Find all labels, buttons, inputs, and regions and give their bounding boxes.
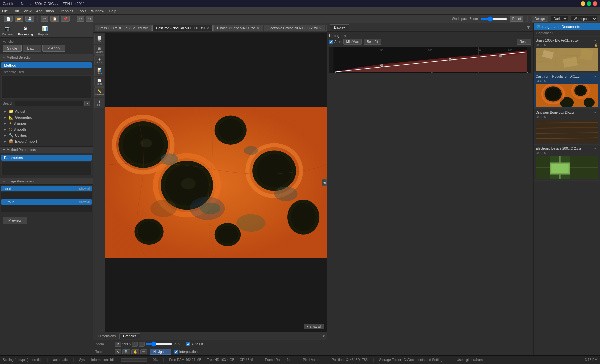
workspace-reset-button[interactable]: Reset	[510, 16, 523, 22]
auto-check-wrap[interactable]: Auto	[329, 40, 341, 44]
elec-dots[interactable]: ···	[594, 146, 598, 151]
thumb-dinosaur[interactable]: Dinosaur Bone 50x DF.zvi ··· 28.63 MB	[534, 109, 600, 145]
maximize-button[interactable]	[587, 1, 591, 6]
toolbar-save[interactable]: 💾	[25, 16, 34, 22]
tool-2-5d[interactable]: ◈ 2.5D	[94, 55, 104, 65]
menu-graphics[interactable]: Graphics	[59, 9, 73, 13]
tab-dinosaur-close[interactable]: ✕	[257, 26, 259, 30]
collapse-arrow[interactable]: ◀	[322, 179, 327, 186]
display-expand-icon[interactable]: ▼	[526, 25, 531, 30]
mode-reporting[interactable]: 📊 Reporting	[38, 25, 51, 36]
toolbar-cut[interactable]: ✂	[41, 16, 48, 22]
tab-electronic-close[interactable]: ✕	[319, 26, 322, 30]
search-clear-button[interactable]: ×	[84, 101, 90, 106]
dim-tab-expand[interactable]: ▼	[322, 334, 325, 338]
toolbar-new[interactable]: 📄	[4, 16, 13, 22]
toolbar-redo[interactable]: ↪	[86, 16, 93, 22]
show-all-output[interactable]: Show all	[79, 200, 90, 204]
info-icon: ℹ	[99, 100, 100, 104]
tool-zoom-btn[interactable]: 🔍	[122, 349, 130, 354]
interpolation-label[interactable]: Interpolation	[174, 350, 198, 354]
menu-acquisition[interactable]: Acquisition	[36, 9, 54, 13]
thumb-castiron[interactable]: Cast Iron - Nodular 5...DIC.zvi ··· 34.4…	[534, 73, 600, 109]
tool-pan-btn[interactable]: ✋	[131, 349, 139, 354]
tool-profile[interactable]: 📈 Profile	[94, 77, 104, 87]
tab-electronic[interactable]: Electronic Device 200x C...C 2.zvi ✕	[264, 25, 325, 31]
toolbar-open[interactable]: 📂	[15, 16, 23, 22]
menu-view[interactable]: View	[24, 9, 32, 13]
minimize-button[interactable]	[581, 1, 585, 6]
show-all-input[interactable]: Show all	[79, 187, 90, 190]
zoom-plus-btn[interactable]: +	[139, 342, 145, 347]
method-selection-header[interactable]: ▼ Method Selection	[0, 54, 93, 61]
image-params-header[interactable]: ▼ Image Parameters	[0, 178, 93, 185]
navigator-button[interactable]: Navigator	[150, 349, 171, 355]
mode-processing[interactable]: ⚙ Processing	[18, 25, 33, 36]
tree-item-utilities[interactable]: ▶ 🔧 Utilities	[3, 132, 90, 138]
dino-dots[interactable]: ···	[594, 110, 598, 115]
tool-pointer-btn[interactable]: ↖	[115, 349, 121, 354]
thumb-brass[interactable]: Brass 1000x BF, FeCl...ed.zvi ··· 28.63 …	[534, 37, 600, 73]
search-input[interactable]	[15, 101, 83, 106]
menu-file[interactable]: File	[2, 9, 8, 13]
parameters-item[interactable]: Parameters	[1, 155, 92, 161]
mode-camera[interactable]: 📷 Camera	[2, 25, 13, 36]
zoom-minus-btn[interactable]: −	[132, 342, 138, 347]
system-info-item: System Information: Idle	[79, 358, 115, 362]
castiron-dots[interactable]: ···	[594, 74, 598, 79]
tree-item-sharpen[interactable]: ▶ ✦ Sharpen	[3, 120, 90, 126]
preview-button[interactable]: Preview	[3, 217, 27, 224]
method-item[interactable]: Method	[1, 62, 92, 68]
auto-fit-checkbox[interactable]	[186, 342, 190, 346]
tool-gallery[interactable]: ⊞ Gallery	[94, 45, 104, 55]
brass-dots[interactable]: ···	[594, 38, 598, 43]
auto-fit-label[interactable]: Auto Fit	[186, 342, 203, 346]
dark-select[interactable]: Dark Light	[551, 16, 568, 22]
toolbar-copy[interactable]: 📋	[50, 16, 59, 22]
close-button[interactable]	[593, 1, 597, 6]
zoom-value: 999%	[122, 342, 131, 346]
menu-edit[interactable]: Edit	[13, 9, 19, 13]
bestfit-button[interactable]: Best Fit	[364, 39, 381, 45]
menu-help[interactable]: Help	[109, 9, 116, 13]
minmax-button[interactable]: Min/Max	[343, 39, 362, 45]
menu-tools[interactable]: Tools	[78, 9, 87, 13]
toolbar-paste[interactable]: 📌	[61, 16, 70, 22]
workspace-select[interactable]: Workspace	[571, 16, 597, 22]
histo-reset-button[interactable]: Reset	[517, 39, 531, 45]
tool-draw-btn[interactable]: ✏	[140, 349, 147, 354]
tree-item-exportimport[interactable]: ▶ 📦 Export/Import	[3, 138, 90, 144]
batch-button[interactable]: Batch	[23, 45, 41, 52]
design-button[interactable]: Design	[532, 16, 548, 22]
tool-info[interactable]: ℹ Info	[94, 98, 104, 108]
tree-item-smooth[interactable]: ▶ ◎ Smooth	[3, 126, 90, 132]
thumb-electronic[interactable]: Electronic Device 200...C 2.zvi ··· 28.6…	[534, 145, 600, 181]
workspace-zoom-slider[interactable]	[481, 16, 507, 22]
tab-castiron[interactable]: Cast Iron - Nodular 500....DIC.zvi ✕	[152, 25, 213, 31]
tool-2d[interactable]: ⬜ 2D	[94, 34, 104, 44]
interpolation-checkbox[interactable]	[174, 350, 178, 354]
toolbar-undo[interactable]: ↩	[77, 16, 84, 22]
2-5d-icon: ◈	[98, 57, 101, 61]
single-button[interactable]: Single	[3, 45, 22, 52]
tree-item-adjust[interactable]: ▶ 📁 Adjust	[3, 108, 90, 114]
dimensions-tab[interactable]: Dimensions	[95, 333, 119, 339]
show-all-button[interactable]: ▾ Show all	[304, 324, 324, 329]
tool-histo[interactable]: 📊 Histo	[94, 66, 104, 76]
svg-point-22	[244, 146, 258, 155]
histo-auto-checkbox[interactable]	[329, 40, 333, 44]
zoom-rotate-btn[interactable]: ↺	[115, 342, 121, 347]
tab-dinosaur[interactable]: Dinosaur Bone 50x DF.zvi ✕	[213, 25, 263, 31]
tab-brass[interactable]: Brass 1000x BF, FeCl3 e...ed.zvi*	[95, 25, 152, 31]
menu-window[interactable]: Window	[91, 9, 104, 13]
tool-measure[interactable]: 📏 Measure	[94, 87, 104, 97]
tab-castiron-close[interactable]: ✕	[206, 26, 209, 30]
svg-point-25	[190, 197, 225, 220]
method-params-header[interactable]: ▼ Method Parameters	[0, 146, 93, 153]
apply-button[interactable]: ✓ Apply	[42, 45, 65, 52]
tree-item-geometric[interactable]: ▶ 📐 Geometric	[3, 114, 90, 120]
zoom-slider[interactable]	[146, 341, 172, 347]
svg-rect-80	[570, 156, 598, 179]
display-tab[interactable]: Display	[330, 24, 349, 30]
graphics-tab[interactable]: Graphics	[119, 333, 140, 339]
